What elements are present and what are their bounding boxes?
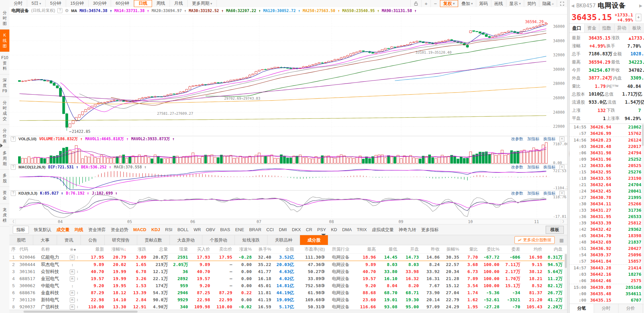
sidebar-item-深度F9[interactable]: 深度F9 xyxy=(0,74,9,97)
column-header-涨幅%[interactable]: 涨幅%↓ xyxy=(106,246,128,252)
indicator-KD[interactable]: KD xyxy=(331,227,337,232)
info-tab-公告[interactable]: 公告 xyxy=(81,235,105,245)
panel-action-换指标[interactable]: 换指标 xyxy=(543,191,555,196)
sidebar-item-K线图[interactable]: K线图 xyxy=(0,30,9,52)
fullscreen-icon[interactable] xyxy=(557,0,567,7)
layout-grid-icon[interactable]: ▦ xyxy=(559,238,564,243)
period-tab-周线[interactable]: 周线 xyxy=(152,0,170,7)
column-header-※●[interactable]: ※● xyxy=(70,247,85,252)
column-header-最新[interactable]: 最新 xyxy=(85,246,106,252)
overlay-button[interactable]: 叠加 ▾ xyxy=(458,0,476,7)
table-row-300444[interactable]: 2300444双杰电气↕9.8920.021.65219万2.05万9.89—0… xyxy=(9,261,567,268)
help-icon[interactable]: ? xyxy=(11,191,16,196)
indicator-CR[interactable]: CR xyxy=(306,227,312,232)
period-tab-60分钟[interactable]: 60分钟 xyxy=(111,0,134,7)
sidebar-item-资金[interactable]: 资金 xyxy=(0,187,9,204)
sidebar-item-多周期[interactable]: 多周期 xyxy=(0,147,9,170)
info-tab-短线涨跌[interactable]: 短线涨跌 xyxy=(235,235,267,245)
column-header-涨跌[interactable]: 涨跌 xyxy=(128,246,148,252)
indicator-DKX[interactable]: DKX xyxy=(292,227,301,232)
scroll-right-icon[interactable]: 》 xyxy=(561,219,567,224)
table-row-301120[interactable]: 7301120新特电气R↕22.9814.102.8490.0万992922.9… xyxy=(9,296,567,303)
chips-button[interactable]: 筹码 xyxy=(476,0,491,7)
help-icon[interactable]: ? xyxy=(11,165,16,170)
column-header-最高[interactable]: 最高 xyxy=(356,246,378,252)
period-tab-5分钟[interactable]: 5分钟 xyxy=(46,0,66,7)
indicator-TRIX[interactable]: TRIX xyxy=(357,227,367,232)
indicator-均线[interactable]: 均线 xyxy=(75,227,83,233)
close-icon[interactable]: × xyxy=(559,191,564,196)
indicator-神奇九转[interactable]: 神奇九转 xyxy=(399,227,416,233)
panel-divider[interactable]: ⋮⋮⋮ xyxy=(567,0,569,313)
panel-action-换指标[interactable]: 换指标 xyxy=(543,164,555,170)
lock-icon[interactable] xyxy=(410,0,421,7)
help-icon[interactable]: ? xyxy=(57,8,62,13)
indicator-恢复默认[interactable]: 恢复默认 xyxy=(34,227,51,233)
indicator-DMA[interactable]: DMA xyxy=(342,227,352,232)
sidebar-tab-异动[interactable]: 异动 xyxy=(614,24,630,33)
indicator-CCI[interactable]: CCI xyxy=(266,227,274,232)
column-header-最低[interactable]: 最低 xyxy=(378,246,399,252)
indicator-OBV[interactable]: OBV xyxy=(206,227,215,232)
info-tab-大盘异动[interactable]: 大盘异动 xyxy=(170,235,202,245)
sidebar-item-分时图[interactable]: 分时图 xyxy=(0,7,9,30)
info-tab-贡献点数[interactable]: 贡献点数 xyxy=(137,235,170,245)
add-to-watchlist-button[interactable]: + xyxy=(636,14,641,21)
indicator-WR[interactable]: WR xyxy=(194,227,201,232)
indicator-BOLL[interactable]: BOLL xyxy=(178,227,189,232)
column-header-委比%[interactable]: 委比% xyxy=(480,246,501,252)
sidebar-tab-指数[interactable]: 指数 xyxy=(599,24,614,33)
sidebar-item-分时成交[interactable]: 分时成交 xyxy=(0,97,9,125)
indicator-menu-button[interactable]: 指标 xyxy=(13,226,29,234)
more-constituents-button[interactable]: 更多成分股数据 xyxy=(514,236,555,244)
indicator-PSY[interactable]: PSY xyxy=(317,227,326,232)
tick-tab-分笔[interactable]: 分笔 xyxy=(569,304,594,313)
sidebar-tab-盘口[interactable]: 盘口 xyxy=(569,24,585,33)
indicator-ENE[interactable]: ENE xyxy=(235,227,244,232)
indicator-更多指标[interactable]: 更多指标 xyxy=(421,227,439,233)
info-tab-个股异动[interactable]: 个股异动 xyxy=(202,235,235,245)
panel-action-加指标[interactable]: 加指标 xyxy=(527,164,539,170)
column-header-名称[interactable]: 名称 xyxy=(41,246,70,252)
period-tab-月线[interactable]: 月线 xyxy=(170,0,188,7)
close-icon[interactable]: × xyxy=(559,137,564,142)
sidebar-tab-板块[interactable]: 板块 xyxy=(629,24,644,33)
tick-tab-分时[interactable]: 分时 xyxy=(594,304,618,313)
column-header-现量[interactable]: 现量 xyxy=(170,246,190,252)
column-header-委差[interactable]: 委差 xyxy=(501,246,522,252)
indicator-BRAR[interactable]: BRAR xyxy=(249,227,261,232)
table-row-920037[interactable]: 8920037广信科技R↕110.0013.3012.914.90万340109… xyxy=(9,303,567,310)
simple-mode-button[interactable]: 简约 xyxy=(524,0,539,7)
sidebar-item-龙虎榜[interactable]: 龙虎榜 xyxy=(0,204,9,226)
info-tab-股吧[interactable]: 股吧 xyxy=(9,235,33,245)
help-icon[interactable]: ? xyxy=(11,137,16,142)
info-tab-研究报告[interactable]: 研究报告 xyxy=(105,235,137,245)
zoom-out-button[interactable]: − xyxy=(431,0,440,7)
period-tab-日线[interactable]: 日线 xyxy=(134,0,152,7)
prev-stock-icon[interactable]: ◀ xyxy=(571,3,574,8)
close-icon[interactable]: × xyxy=(559,165,564,170)
column-header-开盘[interactable]: 开盘 xyxy=(399,246,421,252)
panel-action-改参数[interactable]: 改参数 xyxy=(511,191,523,196)
zoom-in-button[interactable]: + xyxy=(421,0,431,7)
column-header-卖出价[interactable]: 卖出价 xyxy=(212,246,234,252)
indicator-BIAS[interactable]: BIAS xyxy=(220,227,230,232)
column-header-内盘[interactable]: 内盘 xyxy=(544,246,564,252)
indicator-RSI[interactable]: RSI xyxy=(165,227,172,232)
ticks-scrollbar[interactable] xyxy=(642,124,644,303)
nav-collapse-handle[interactable] xyxy=(0,144,3,148)
info-tab-成分股[interactable]: 成分股 xyxy=(300,235,328,245)
column-header-换手%[interactable]: 换手% xyxy=(254,246,273,252)
table-row-301361[interactable]: 3301361众智科技R↕40.7019.996.7812.1万3640.70—… xyxy=(9,268,567,275)
info-tab-大事[interactable]: 大事 xyxy=(33,235,57,245)
column-header-均价[interactable]: 均价 xyxy=(522,246,544,252)
gear-icon[interactable]: ⚙ xyxy=(65,8,69,13)
column-header-振幅%[interactable]: 振幅% xyxy=(442,246,461,252)
period-tab-15分钟[interactable]: 15分钟 xyxy=(66,0,89,7)
indicator-DMI[interactable]: DMI xyxy=(279,227,287,232)
kline-chart-canvas[interactable]: 3600034000320003000028000260002400022000… xyxy=(9,14,567,219)
next-stock-icon[interactable]: ▶ xyxy=(639,3,642,8)
table-row-920046[interactable]: 1920046亿能电力R↕17.9520.793.0920.8万259117.9… xyxy=(9,254,567,261)
scroll-left-icon[interactable]: 《 xyxy=(9,219,16,224)
indicator-资金博弈[interactable]: 资金博弈 xyxy=(88,227,106,233)
